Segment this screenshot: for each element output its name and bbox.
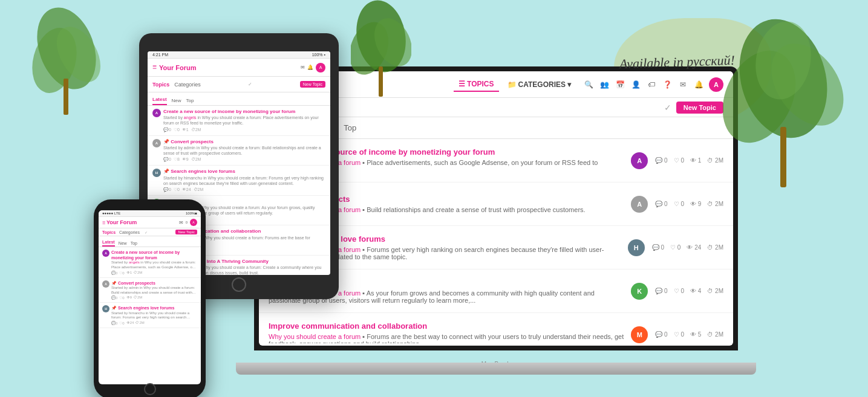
- iphone-mail-icon[interactable]: ✉: [179, 220, 183, 225]
- ipad-topic-desc-2: Started by admin in Why you should creat…: [163, 145, 325, 156]
- iphone-device: ●●●●● LTE 100%■ ☰ Your Forum ✉ 0 A Topic…: [94, 199, 206, 397]
- ipad-topic-title-1[interactable]: Create a new source of income by monetiz…: [163, 109, 325, 115]
- users-icon[interactable]: 👥: [599, 79, 610, 90]
- iphone-tab-top[interactable]: Top: [131, 241, 137, 247]
- nav-categories-label: CATEGORIES: [518, 80, 566, 89]
- iphone-topic-1: A Create a new source of income by monet…: [99, 247, 201, 278]
- ipad-topic-title-2[interactable]: 📌 Convert prospects: [163, 139, 325, 145]
- iphone-topic-title-2[interactable]: 📌 Convert prospects: [111, 280, 197, 286]
- iphone-header: ☰ Your Forum ✉ 0 A: [99, 217, 201, 228]
- ipad-topic-1: A Create a new source of income by monet…: [148, 106, 330, 136]
- age-stat-3: ⏱ 2M: [707, 244, 723, 251]
- svg-rect-7: [379, 66, 383, 97]
- iphone-count-icon: 0: [186, 221, 188, 224]
- ipad-nav-categories[interactable]: Categories: [174, 82, 201, 88]
- nav-topics[interactable]: ☰ TOPICS: [454, 77, 498, 92]
- iphone-topic-title-1[interactable]: Create a new source of income by monetiz…: [111, 250, 197, 260]
- ipad-topic-3: H 📌 Search engines love forums Started b…: [148, 166, 330, 196]
- chevron-down-icon: ▾: [567, 80, 571, 89]
- iphone-topic-stats-3: 💬0♡0👁24⏱2M: [111, 321, 197, 325]
- user-avatar[interactable]: A: [709, 77, 723, 92]
- ipad-tab-top[interactable]: Top: [186, 98, 194, 105]
- likes-stat-3: ♡ 0: [670, 244, 680, 251]
- iphone-subtabs: Latest New Top: [99, 236, 201, 247]
- iphone-nav-categories[interactable]: Categories: [119, 230, 140, 234]
- ipad-menu-icon: ☰: [152, 65, 157, 70]
- ipad-tab-latest[interactable]: Latest: [152, 97, 167, 105]
- iphone-avatar-1: A: [102, 250, 109, 257]
- ipad-tab-new[interactable]: New: [172, 98, 181, 105]
- replies-stat-3: 💬 0: [652, 244, 664, 251]
- ipad-status-left: 4:21 PM: [152, 53, 168, 57]
- plant-decoration-center: [351, 0, 411, 99]
- iphone-topics: A Create a new source of income by monet…: [99, 247, 201, 328]
- svg-rect-3: [64, 79, 68, 115]
- views-stat-3: 👁 24: [687, 244, 701, 251]
- replies-stat-4: 💬 0: [655, 288, 667, 294]
- help-icon[interactable]: ❓: [662, 79, 673, 90]
- svg-rect-12: [780, 127, 786, 187]
- iphone-topic-title-3[interactable]: 📌 Search engines love forums: [111, 305, 197, 311]
- nav-categories[interactable]: 📁 CATEGORIES ▾: [503, 78, 576, 91]
- calendar-icon[interactable]: 📅: [615, 79, 625, 90]
- ipad-avatar-2: A: [152, 139, 161, 147]
- ipad-topic-stats-3: 💬0♡0👁24⏱2M: [163, 187, 325, 192]
- ipad-logo: Your Forum: [159, 64, 197, 71]
- topics-icon: ☰: [458, 80, 465, 88]
- iphone-tab-latest[interactable]: Latest: [102, 240, 115, 247]
- search-icon[interactable]: 🔍: [583, 79, 594, 90]
- ipad-subtabs: Latest New Top: [148, 92, 330, 106]
- views-stat-5: 👁 5: [690, 331, 701, 338]
- tab-top[interactable]: Top: [336, 118, 364, 138]
- likes-stat-2: ♡ 0: [674, 201, 684, 207]
- iphone-status-right: 100%■: [186, 211, 197, 215]
- iphone-status-bar: ●●●●● LTE 100%■: [99, 210, 201, 217]
- views-stat-2: 👁 9: [690, 201, 701, 207]
- ipad-new-topic-btn[interactable]: New Topic: [300, 81, 325, 88]
- replies-stat-5: 💬 0: [655, 331, 667, 338]
- topic-stats-5: 💬 0 ♡ 0 👁 5 ⏱ 2M: [655, 331, 723, 338]
- nav-topics-label: TOPICS: [467, 80, 494, 88]
- views-stat-4: 👁 4: [690, 288, 701, 294]
- plant-decoration-right: [723, 18, 844, 202]
- ipad-home-button[interactable]: [232, 277, 246, 292]
- ipad-topic-title-3[interactable]: 📌 Search engines love forums: [163, 169, 325, 175]
- new-topic-button[interactable]: New Topic: [676, 102, 723, 114]
- age-stat-2: ⏱ 2M: [707, 201, 723, 207]
- topic-avatar-2: A: [631, 196, 648, 213]
- topic-main-5: Improve communication and collaboration …: [269, 321, 624, 343]
- ipad-topic-desc-1: Started by angels in Why you should crea…: [163, 115, 325, 126]
- topic-avatar-4: K: [631, 283, 648, 300]
- ipad-topic-stats-2: 💬0♡8👁9⏱2M: [163, 157, 325, 162]
- iphone-tab-new[interactable]: New: [119, 241, 127, 247]
- header-icons: 🔍 👥 📅 👤 🏷 ❓ ✉ 🔔 A: [583, 77, 723, 92]
- topic-meta-5: Why you should create a forum ▪ Forums a…: [269, 333, 624, 343]
- iphone-topic-stats-2: 💬0♡0👁9⏱2M: [111, 295, 197, 300]
- iphone-user-avatar[interactable]: A: [190, 219, 197, 226]
- forum-nav: ☰ TOPICS 📁 CATEGORIES ▾: [454, 77, 576, 92]
- ipad-mail-icon[interactable]: ✉: [301, 65, 305, 70]
- iphone-topic-content-1: Create a new source of income by monetiz…: [111, 250, 197, 275]
- topic-title-5[interactable]: Improve communication and collaboration: [269, 321, 624, 331]
- ipad-nav-topics[interactable]: Topics: [152, 82, 169, 88]
- iphone-topic-content-3: 📌 Search engines love forums Started by …: [111, 305, 197, 325]
- iphone-avatar-2: A: [102, 280, 109, 288]
- topic-avatar-1: A: [631, 152, 648, 169]
- topic-link-5[interactable]: Why you should create a forum: [269, 333, 361, 340]
- replies-stat-2: 💬 0: [655, 201, 667, 207]
- iphone-home-button[interactable]: [144, 383, 156, 395]
- mail-icon[interactable]: ✉: [677, 79, 688, 90]
- iphone-screen: ●●●●● LTE 100%■ ☰ Your Forum ✉ 0 A Topic…: [99, 210, 201, 384]
- topic-avatar-5: M: [631, 326, 648, 343]
- user-icon[interactable]: 👤: [630, 79, 641, 90]
- ipad-user-avatar[interactable]: A: [316, 63, 325, 73]
- ipad-topic-desc-3: Started by himanchu in Why you should cr…: [163, 175, 325, 186]
- tag-icon[interactable]: 🏷: [646, 79, 657, 90]
- ipad-bell-icon[interactable]: 🔔: [307, 65, 313, 70]
- age-stat-1: ⏱ 2M: [707, 157, 723, 164]
- bell-icon[interactable]: 🔔: [693, 79, 704, 90]
- iphone-avatar-3: H: [102, 305, 109, 312]
- iphone-new-topic-btn[interactable]: New Topic: [175, 230, 197, 234]
- views-stat-1: 👁 1: [690, 157, 701, 164]
- iphone-nav-topics[interactable]: Topics: [102, 230, 116, 234]
